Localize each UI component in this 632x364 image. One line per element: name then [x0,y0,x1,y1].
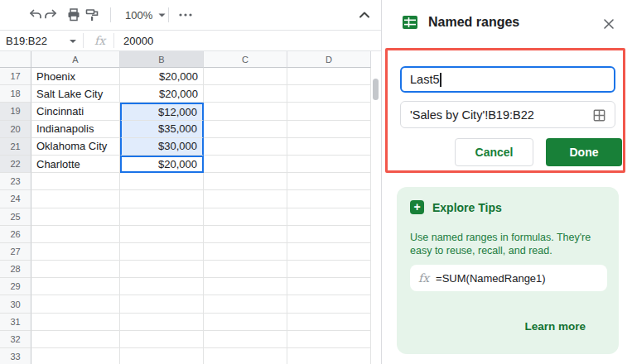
cell-C17[interactable] [204,68,287,85]
cell-A24[interactable] [31,190,120,208]
cell-B33[interactable] [120,348,204,364]
cell-A32[interactable] [31,331,120,348]
cell-D23[interactable] [287,173,371,190]
cell-A26[interactable] [31,226,120,243]
cell-D19[interactable] [287,103,371,120]
cell-B30[interactable] [120,295,204,313]
cell-B17[interactable]: $20,000 [120,68,204,85]
cell-A25[interactable] [31,208,120,226]
cell-A31[interactable] [31,314,120,331]
row-header-25[interactable]: 25 [0,208,31,226]
cell-B19[interactable]: $12,000 [120,103,204,120]
row-header-33[interactable]: 33 [0,348,31,364]
zoom-control[interactable]: 100% [118,5,172,25]
cell-A17[interactable]: Phoenix [31,68,120,85]
cell-C30[interactable] [204,295,287,313]
cell-C33[interactable] [204,348,287,364]
cell-D33[interactable] [287,348,371,364]
row-header-17[interactable]: 17 [0,68,31,85]
cell-C23[interactable] [204,173,287,190]
cell-C31[interactable] [204,314,287,331]
cell-C26[interactable] [204,226,287,243]
column-header-B[interactable]: B [120,51,204,68]
row-header-27[interactable]: 27 [0,243,31,261]
select-data-range-icon[interactable] [592,108,606,122]
cell-A30[interactable] [31,295,120,313]
redo-button[interactable] [41,5,60,25]
row-header-30[interactable]: 30 [0,295,31,313]
cell-A20[interactable]: Indianapolis [31,121,120,138]
row-header-26[interactable]: 26 [0,226,31,243]
cell-B29[interactable] [120,278,204,295]
cell-B31[interactable] [120,314,204,331]
cell-D17[interactable] [287,68,371,85]
cell-C32[interactable] [204,331,287,348]
cell-D29[interactable] [287,278,371,295]
cell-D21[interactable] [287,138,371,156]
cell-B24[interactable] [120,190,204,208]
cell-D27[interactable] [287,243,371,261]
cell-A28[interactable] [31,261,120,278]
row-header-20[interactable]: 20 [0,121,31,138]
cell-B20[interactable]: $35,000 [120,121,204,138]
more-options-button[interactable] [176,5,195,25]
grid-corner[interactable] [0,51,31,68]
range-reference-input[interactable]: 'Sales by City'!B19:B22 [400,101,615,128]
done-button[interactable]: Done [546,138,622,166]
cell-B22[interactable]: $20,000 [120,156,204,173]
cell-B32[interactable] [120,331,204,348]
cell-A21[interactable]: Oklahoma City [31,138,120,156]
cell-D24[interactable] [287,190,371,208]
column-header-C[interactable]: C [204,51,287,68]
cell-C27[interactable] [204,243,287,261]
paint-format-button[interactable] [82,5,102,25]
row-header-19[interactable]: 19 [0,103,31,120]
cell-B27[interactable] [120,243,204,261]
cell-D20[interactable] [287,121,371,138]
collapse-toolbar-button[interactable] [355,5,374,25]
row-header-31[interactable]: 31 [0,314,31,331]
row-header-18[interactable]: 18 [0,85,31,103]
row-header-23[interactable]: 23 [0,173,31,190]
cell-A22[interactable]: Charlotte [31,156,120,173]
cell-D26[interactable] [287,226,371,243]
cell-C20[interactable] [204,121,287,138]
range-name-input[interactable]: Last5 [400,66,615,93]
name-box[interactable]: B19:B22 [0,31,83,50]
cell-C19[interactable] [204,103,287,120]
cell-C24[interactable] [204,190,287,208]
print-button[interactable] [64,5,84,25]
cell-D25[interactable] [287,208,371,226]
row-header-24[interactable]: 24 [0,190,31,208]
cell-C21[interactable] [204,138,287,156]
cell-D30[interactable] [287,295,371,313]
cell-D28[interactable] [287,261,371,278]
cell-C29[interactable] [204,278,287,295]
cell-D18[interactable] [287,85,371,103]
cell-D22[interactable] [287,156,371,173]
cell-A23[interactable] [31,173,120,190]
learn-more-link[interactable]: Learn more [524,320,586,333]
cell-D31[interactable] [287,314,371,331]
vertical-scrollbar[interactable] [373,79,379,100]
row-header-22[interactable]: 22 [0,156,31,173]
cell-D32[interactable] [287,331,371,348]
row-header-29[interactable]: 29 [0,278,31,295]
cell-B21[interactable]: $30,000 [120,138,204,156]
cell-B26[interactable] [120,226,204,243]
cell-B25[interactable] [120,208,204,226]
column-header-A[interactable]: A [31,51,120,68]
cancel-button[interactable]: Cancel [455,138,533,166]
cell-C25[interactable] [204,208,287,226]
column-header-D[interactable]: D [287,51,371,68]
cell-B18[interactable]: $20,000 [120,85,204,103]
cell-A33[interactable] [31,348,120,364]
cell-A29[interactable] [31,278,120,295]
cell-C18[interactable] [204,85,287,103]
cell-B23[interactable] [120,173,204,190]
cell-A19[interactable]: Cincinnati [31,103,120,120]
row-header-28[interactable]: 28 [0,261,31,278]
formula-bar-value[interactable]: 20000 [123,35,153,47]
cell-C22[interactable] [204,156,287,173]
cell-A18[interactable]: Salt Lake City [31,85,120,103]
